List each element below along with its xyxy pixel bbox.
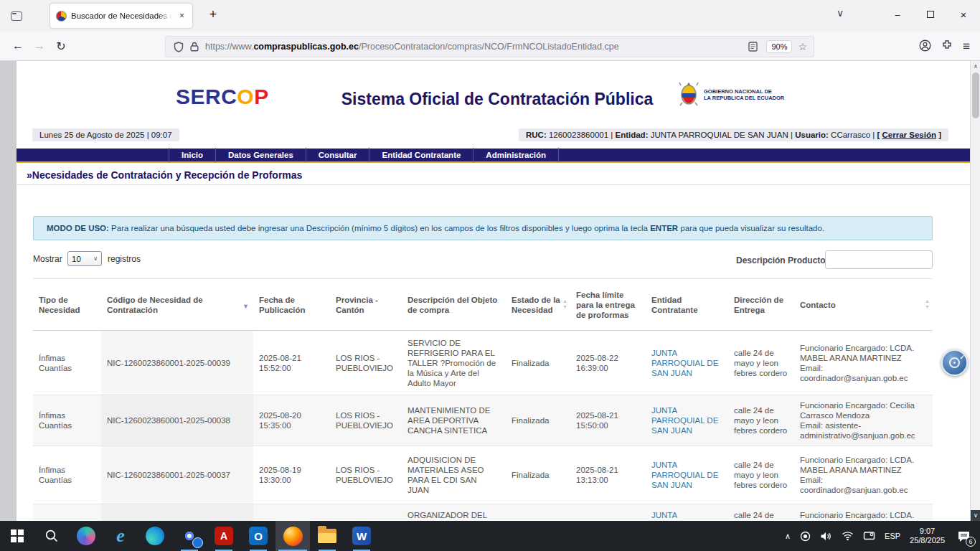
shield-icon[interactable] bbox=[171, 42, 187, 52]
word-button[interactable]: W bbox=[344, 521, 379, 551]
main-menu: Inicio Datos Generales Consultar Entidad… bbox=[17, 149, 970, 163]
cast-icon[interactable] bbox=[863, 531, 875, 541]
url-text: https://www.compraspublicas.gob.ec/Proce… bbox=[205, 42, 745, 52]
reload-button[interactable]: ↻ bbox=[50, 39, 72, 53]
language-indicator[interactable]: ESP bbox=[885, 532, 900, 540]
cell-direccion: calle 24 de mayo y leon febres cordero bbox=[728, 395, 794, 446]
chrome-button[interactable]: 👤 bbox=[172, 521, 207, 551]
col-contacto-label: Contacto bbox=[800, 301, 836, 309]
page-scrollbar[interactable]: ∧ ∨ bbox=[970, 61, 980, 521]
entidad-link[interactable]: JUNTA PARROQUIAL DE SAN JUAN bbox=[651, 461, 718, 489]
wifi-icon[interactable] bbox=[842, 531, 854, 541]
contacto-email: Email: coordinador@sanjuan.gob.ec bbox=[800, 475, 927, 495]
page-size-select[interactable]: 10 ∨ bbox=[67, 251, 102, 266]
usuario-value: CCarrasco bbox=[831, 131, 870, 139]
col-estado[interactable]: Estado de la Necesidad▲▼ bbox=[506, 279, 570, 331]
acrobat-button[interactable]: A bbox=[207, 521, 241, 551]
toolbar-right: ≡ bbox=[919, 36, 980, 57]
tab-bar: Buscador de Necesidades de Co × + ∨ – × bbox=[0, 0, 980, 32]
maximize-button[interactable] bbox=[914, 0, 947, 29]
col-codigo[interactable]: Código de Necesidad de Contratación▼ bbox=[101, 279, 253, 331]
menu-item-entidad-contratante[interactable]: Entidad Contratante bbox=[369, 148, 473, 162]
record-icon[interactable] bbox=[800, 531, 811, 542]
volume-icon[interactable] bbox=[820, 531, 832, 542]
cell-descripcion: MANTENIMIENTO DE AREA DEPORTIVA CANCHA S… bbox=[402, 395, 506, 446]
product-description-input[interactable] bbox=[825, 250, 933, 269]
internet-explorer-button[interactable]: e bbox=[103, 521, 138, 551]
back-button[interactable]: ← bbox=[7, 39, 29, 52]
cell-direccion: calle 24 de mayo y leon febres cordero bbox=[728, 446, 794, 504]
zoom-indicator[interactable]: 90% bbox=[766, 40, 792, 53]
start-button[interactable] bbox=[0, 521, 34, 551]
tab-close-icon[interactable]: × bbox=[177, 10, 187, 22]
firefox-button[interactable] bbox=[275, 521, 310, 551]
browser-tab[interactable]: Buscador de Necesidades de Co × bbox=[50, 4, 192, 28]
col-tipo[interactable]: Tipo de Necesidad bbox=[33, 279, 101, 331]
floating-widget[interactable]: ✓ bbox=[941, 349, 968, 376]
cell-tipo: Ínfimas Cuantías bbox=[33, 446, 101, 504]
menu-item-consultar[interactable]: Consultar bbox=[306, 148, 369, 162]
new-tab-button[interactable]: + bbox=[204, 7, 222, 22]
bookmark-star-icon[interactable]: ☆ bbox=[798, 41, 807, 52]
table-row: Ínfimas Cuantías NIC-1260023860001-2025-… bbox=[33, 446, 933, 504]
taskbar-clock[interactable]: 9:07 25/8/2025 bbox=[910, 527, 945, 545]
entidad-link[interactable]: JUNTA PARROQUIAL DE SAN JUAN bbox=[651, 406, 718, 435]
col-fecha-limite[interactable]: Fecha límite para la entrega de proforma… bbox=[570, 279, 646, 331]
menu-button[interactable]: ≡ bbox=[963, 39, 970, 54]
cell-fecha-publicacion: 2025-08-20 15:35:00 bbox=[253, 395, 330, 446]
file-explorer-button[interactable] bbox=[310, 521, 344, 551]
url-bar[interactable]: https://www.compraspublicas.gob.ec/Proce… bbox=[165, 36, 814, 57]
sort-up-icon: ▲ bbox=[925, 298, 930, 303]
col-provincia[interactable]: Provincia - Cantón bbox=[330, 279, 402, 331]
entidad-link[interactable]: JUNTA PARROQUIAL DE SAN JUAN bbox=[651, 349, 718, 377]
close-button[interactable]: × bbox=[947, 0, 980, 29]
notifications-button[interactable]: 6 bbox=[954, 527, 973, 545]
edge-button[interactable] bbox=[138, 521, 172, 551]
copilot-icon bbox=[77, 527, 95, 545]
col-entidad[interactable]: Entidad Contratante bbox=[646, 279, 728, 331]
firefox-view-button[interactable] bbox=[6, 5, 27, 27]
entidad-link[interactable]: JUNTA bbox=[651, 511, 677, 519]
table-row: Ínfimas Cuantías NIC-1260023860001-2025-… bbox=[33, 395, 933, 446]
sort-both-icon[interactable]: ▲▼ bbox=[925, 298, 930, 310]
reader-mode-icon[interactable] bbox=[745, 42, 760, 52]
tab-list-button[interactable]: ∨ bbox=[831, 7, 849, 19]
scroll-up-icon[interactable]: ∧ bbox=[971, 61, 980, 72]
lock-icon[interactable] bbox=[187, 42, 202, 52]
extensions-icon[interactable] bbox=[941, 39, 953, 54]
table-row: Ínfimas Cuantías NIC-1260023860001-2025-… bbox=[33, 331, 933, 395]
cell-estado: Finalizada bbox=[506, 446, 570, 504]
usage-notice: MODO DE USO: Para realizar una búsqueda … bbox=[33, 216, 933, 240]
scrollbar-thumb[interactable] bbox=[972, 72, 979, 118]
scroll-down-icon[interactable]: ∨ bbox=[971, 510, 980, 521]
acrobat-icon: A bbox=[215, 527, 233, 545]
search-button[interactable] bbox=[34, 521, 69, 551]
government-logo-text: GOBIERNO NACIONAL DE LA REPUBLICA DEL EC… bbox=[704, 88, 784, 101]
outlook-button[interactable]: O bbox=[241, 521, 275, 551]
col-direccion[interactable]: Dirección de Entrega bbox=[728, 279, 794, 331]
taskbar-date: 25/8/2025 bbox=[910, 536, 945, 545]
minimize-button[interactable]: – bbox=[881, 0, 914, 29]
tray-expand-icon[interactable]: ∧ bbox=[785, 532, 791, 541]
ecuador-crest-icon bbox=[678, 81, 699, 108]
url-domain: compraspublicas.gob.ec bbox=[253, 42, 359, 52]
col-descripcion[interactable]: Descripción del Objeto de compra bbox=[402, 279, 506, 331]
col-contacto[interactable]: Contacto▲▼ bbox=[794, 279, 933, 331]
taskbar-time: 9:07 bbox=[910, 527, 945, 536]
account-icon[interactable] bbox=[919, 39, 931, 55]
copilot-button[interactable] bbox=[69, 521, 103, 551]
col-fecha-publicacion[interactable]: Fecha de Publicación bbox=[253, 279, 330, 331]
cell-codigo bbox=[101, 504, 253, 522]
menu-item-administracion[interactable]: Administración bbox=[473, 148, 559, 162]
browser-viewport: SERCOP Sistema Oficial de Contratación P… bbox=[0, 61, 980, 521]
logout-link[interactable]: Cerrar Sesión bbox=[882, 131, 936, 139]
site-title: Sistema Oficial de Contratación Pública bbox=[253, 90, 741, 109]
contacto-nombre: Funcionario Encargado: LCDA. MABEL ARANA… bbox=[800, 343, 927, 363]
datetime-label: Lunes 25 de Agosto de 2025 | 09:07 bbox=[32, 128, 179, 141]
menu-item-inicio[interactable]: Inicio bbox=[169, 148, 215, 162]
sort-desc-icon[interactable]: ▼ bbox=[242, 301, 249, 311]
forward-button[interactable]: → bbox=[29, 39, 50, 52]
cell-provincia: LOS RIOS - PUEBLOVIEJO bbox=[330, 395, 402, 446]
sort-both-icon[interactable]: ▲▼ bbox=[562, 298, 567, 310]
menu-item-datos-generales[interactable]: Datos Generales bbox=[215, 148, 306, 162]
